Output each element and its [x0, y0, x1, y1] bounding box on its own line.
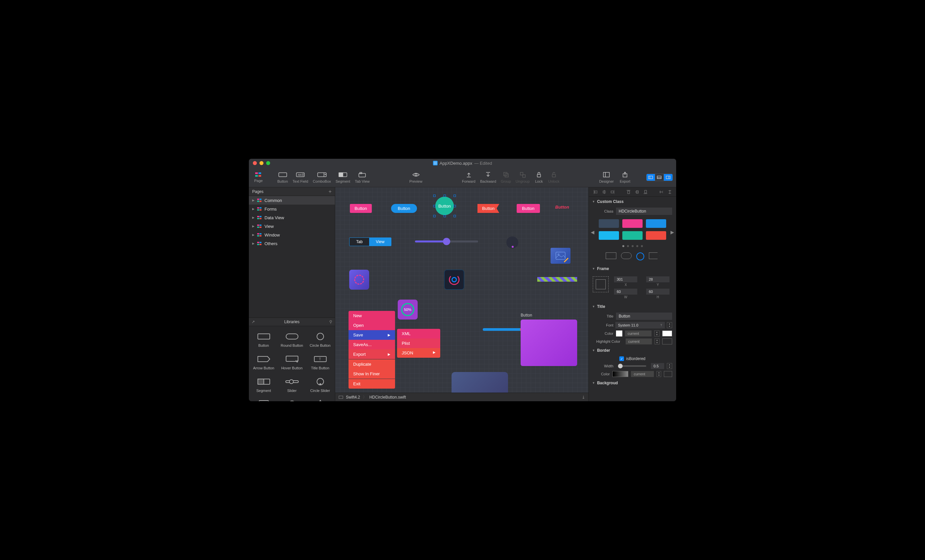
page-row-view[interactable]: ▶ View	[249, 222, 335, 230]
page-row-others[interactable]: ▶ Others	[249, 239, 335, 248]
submenu-xml[interactable]: XML	[397, 329, 440, 339]
dot[interactable]	[641, 245, 643, 247]
textfield-tool[interactable]: ABC Text Field	[291, 170, 310, 185]
backward-button[interactable]: Backward	[478, 170, 498, 185]
distribute-h-icon[interactable]	[659, 190, 663, 194]
swatch-next[interactable]: ▶	[670, 229, 674, 235]
view-mode-bottom[interactable]	[655, 174, 664, 181]
view-mode-segment[interactable]	[646, 174, 673, 181]
title-input[interactable]	[616, 313, 672, 320]
lib-button[interactable]: Button	[250, 329, 277, 350]
background-header[interactable]: ▼Backgroud	[589, 378, 676, 388]
segment-tool[interactable]: Segment	[334, 170, 352, 185]
menu-saveas[interactable]: SaveAs...	[348, 340, 395, 349]
canvas-progress-spinner[interactable]	[349, 270, 369, 290]
menu-open[interactable]: Open	[348, 321, 395, 330]
download-icon[interactable]: ⤓	[582, 395, 585, 400]
align-right-icon[interactable]	[610, 190, 614, 194]
submenu-plist[interactable]: Plist	[397, 339, 440, 348]
view-mode-right[interactable]	[664, 174, 672, 181]
open-library-icon[interactable]: ↗	[252, 319, 255, 324]
menu-exit[interactable]: Exit	[348, 379, 395, 388]
swatch-prev[interactable]: ◀	[591, 229, 594, 235]
lib-popover[interactable]: Popover	[307, 397, 334, 401]
forward-button[interactable]: Forward	[460, 170, 478, 185]
menu-export[interactable]: Export▶	[348, 349, 395, 359]
align-top-icon[interactable]	[626, 190, 630, 194]
x-input[interactable]: 301	[614, 276, 637, 282]
combobox-tool[interactable]: ComboBox	[311, 170, 333, 185]
w-input[interactable]: 60	[614, 289, 637, 295]
view-mode-left[interactable]	[646, 174, 655, 181]
menu-showinfinder[interactable]: Show In Finer	[348, 369, 395, 379]
canvas-gradient-box[interactable]: Button	[521, 319, 577, 366]
class-input[interactable]	[616, 208, 672, 215]
custom-class-header[interactable]: ▼Custom Class	[589, 197, 676, 206]
border-color-mode[interactable]: current	[631, 371, 654, 377]
ungroup-button[interactable]: Ungroup	[514, 170, 532, 185]
font-stepper[interactable]: ▲▼	[667, 322, 672, 328]
align-center-v-icon[interactable]	[635, 190, 639, 194]
border-header[interactable]: ▼Border	[589, 345, 676, 355]
title-color-mode[interactable]: current	[625, 331, 652, 336]
swatch-3[interactable]	[646, 219, 666, 228]
lib-hover-button[interactable]: Hover Button	[279, 351, 305, 373]
canvas-progress-percent[interactable]: 50%	[398, 300, 418, 319]
title-color-swatch[interactable]	[616, 331, 622, 336]
canvas-teal-circle-button[interactable]: Button	[435, 197, 454, 215]
lib-arrow-button[interactable]: Arrow Button	[250, 351, 277, 373]
minimize-window-button[interactable]	[259, 161, 264, 165]
breadcrumb-file[interactable]: HDCircleButton.swift	[369, 395, 406, 400]
title-header[interactable]: ▼Title	[589, 302, 676, 312]
shape-circle[interactable]	[636, 253, 644, 260]
lib-circle-slider[interactable]: Circle Slider	[307, 374, 334, 395]
lib-title-button[interactable]: TTitle Button	[307, 351, 334, 373]
designer-button[interactable]: Designer	[597, 170, 616, 185]
canvas-progress-rings[interactable]	[444, 270, 464, 290]
swatch-2[interactable]	[622, 219, 643, 228]
swatch-4[interactable]	[599, 231, 619, 240]
button-tool[interactable]: Button	[276, 170, 290, 185]
y-input[interactable]: 28	[646, 276, 669, 282]
shape-rect[interactable]	[606, 253, 616, 259]
frame-header[interactable]: ▼Frame	[589, 264, 676, 274]
align-center-h-icon[interactable]	[602, 190, 606, 194]
lib-slider[interactable]: Slider	[279, 374, 305, 395]
export-button[interactable]: Export	[618, 170, 632, 185]
preview-button[interactable]: Preview	[407, 170, 424, 185]
canvas-slider[interactable]	[415, 241, 478, 242]
border-width-stepper[interactable]: ▲▼	[667, 363, 672, 369]
lib-popup-menu[interactable]: Popup Menu	[279, 397, 305, 401]
tabview-tool[interactable]: Tab View	[353, 170, 371, 185]
border-gradient[interactable]	[612, 371, 628, 377]
swatch-6[interactable]	[646, 231, 666, 240]
swatch-5[interactable]	[622, 231, 643, 240]
swatch-1[interactable]	[599, 219, 619, 228]
isbordered-checkbox[interactable]: ✓	[619, 357, 624, 361]
group-button[interactable]: Group	[499, 170, 513, 185]
title-color-well[interactable]	[662, 331, 672, 336]
page-row-dataview[interactable]: ▶ Data View	[249, 213, 335, 222]
lib-image-view[interactable]: Image View	[250, 397, 277, 401]
canvas-segment[interactable]: Tab View	[349, 238, 392, 246]
canvas-progress-bar[interactable]	[483, 328, 523, 331]
dot[interactable]	[636, 245, 638, 247]
search-library-icon[interactable]: ⚲	[329, 319, 332, 324]
menu-new[interactable]: New	[348, 311, 395, 321]
submenu-json[interactable]: JSON▶	[397, 348, 440, 358]
page-row-forms[interactable]: ▶ Forms	[249, 205, 335, 213]
highlight-stepper[interactable]: ▲▼	[655, 339, 660, 345]
align-left-icon[interactable]	[594, 190, 597, 194]
close-window-button[interactable]	[253, 161, 257, 165]
menu-save[interactable]: Save▶	[348, 330, 395, 340]
lib-circle-button[interactable]: Circle Button	[307, 329, 334, 350]
menu-duplicate[interactable]: Duplicate	[348, 359, 395, 369]
unlock-button[interactable]: Unlock	[546, 170, 562, 185]
page-tool[interactable]: Page	[252, 171, 265, 184]
highlight-color-mode[interactable]: current	[626, 339, 652, 345]
h-input[interactable]: 60	[646, 289, 669, 295]
lib-round-button[interactable]: Round Button	[279, 329, 305, 350]
dot[interactable]	[622, 245, 624, 247]
zoom-window-button[interactable]	[266, 161, 270, 165]
slider-thumb[interactable]	[443, 238, 450, 245]
